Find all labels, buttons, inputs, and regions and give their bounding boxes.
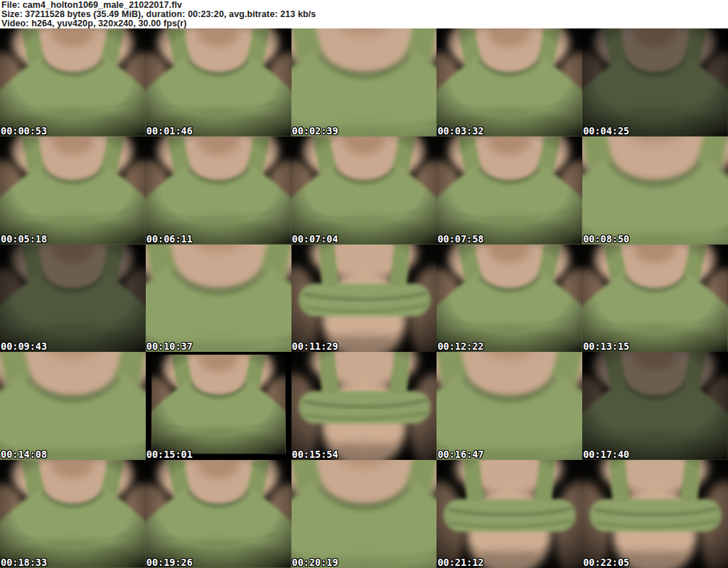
- video-thumbnail: 00:09:43: [0, 245, 146, 353]
- timestamp-label: 00:21:12: [437, 557, 483, 568]
- video-frame-image: [582, 136, 728, 245]
- video-thumbnail: 00:22:05: [582, 460, 728, 568]
- video-frame-image: [437, 245, 582, 353]
- video-frame-image: [291, 28, 437, 136]
- video-frame-image: [582, 352, 728, 460]
- timestamp-label: 00:07:04: [292, 234, 338, 245]
- timestamp-label: 00:07:58: [437, 234, 483, 245]
- timestamp-label: 00:09:43: [1, 341, 47, 352]
- timestamp-label: 00:06:11: [146, 234, 193, 245]
- video-frame-image: [146, 460, 291, 568]
- video-codec-line: Video: h264, yuv420p, 320x240, 30.00 fps…: [1, 19, 728, 28]
- video-thumbnail: 00:08:50: [582, 136, 728, 245]
- video-thumbnail: 00:17:40: [582, 352, 728, 460]
- video-thumbnail: 00:16:47: [437, 352, 582, 460]
- timestamp-label: 00:13:15: [583, 341, 629, 352]
- video-frame-image: [0, 28, 146, 136]
- video-frame-image: [146, 136, 291, 245]
- timestamp-label: 00:08:50: [583, 234, 629, 245]
- video-thumbnail: 00:07:58: [437, 136, 582, 245]
- file-size-line: Size: 37211528 bytes (35.49 MiB), durati…: [1, 10, 728, 19]
- video-frame-image: [291, 352, 437, 460]
- video-thumbnail: 00:18:33: [0, 460, 146, 568]
- video-thumbnail: 00:05:18: [0, 136, 146, 245]
- video-frame-image: [151, 355, 285, 454]
- timestamp-label: 00:20:19: [292, 557, 338, 568]
- video-thumbnail: 00:00:53: [0, 28, 146, 136]
- video-thumbnail: 00:07:04: [291, 136, 437, 245]
- video-thumbnail: 00:04:25: [582, 28, 728, 136]
- timestamp-label: 00:03:32: [437, 126, 483, 136]
- video-thumbnail: 00:02:39: [291, 28, 437, 136]
- video-frame-image: [0, 245, 146, 353]
- video-frame-image: [582, 28, 728, 136]
- video-thumbnail: 00:01:46: [146, 28, 291, 136]
- timestamp-label: 00:00:53: [1, 126, 47, 136]
- video-frame-image: [437, 352, 582, 460]
- timestamp-label: 00:04:25: [583, 126, 629, 136]
- video-thumbnail: 00:15:01: [146, 352, 291, 460]
- timestamp-label: 00:16:47: [437, 449, 483, 460]
- video-thumbnail: 00:10:37: [146, 245, 291, 353]
- file-info-header: File: cam4_holton1069_male_21022017.flv …: [0, 0, 728, 28]
- video-thumbnail: 00:19:26: [146, 460, 291, 568]
- video-frame-image: [582, 460, 728, 568]
- file-name-line: File: cam4_holton1069_male_21022017.flv: [1, 1, 728, 10]
- video-thumbnail: 00:06:11: [146, 136, 291, 245]
- video-thumbnail: 00:15:54: [291, 352, 437, 460]
- thumbnail-grid: 00:00:53 00:01:46 00:02:39 00:03:32 00:0…: [0, 28, 728, 568]
- timestamp-label: 00:15:54: [292, 449, 338, 460]
- video-thumbnail: 00:21:12: [437, 460, 582, 568]
- timestamp-label: 00:10:37: [146, 341, 193, 352]
- video-frame-image: [146, 28, 291, 136]
- video-frame-image: [437, 136, 582, 245]
- timestamp-label: 00:12:22: [437, 341, 483, 352]
- video-thumbnail: 00:20:19: [291, 460, 437, 568]
- video-frame-image: [582, 245, 728, 353]
- video-frame-image: [437, 460, 582, 568]
- timestamp-label: 00:18:33: [1, 557, 47, 568]
- timestamp-label: 00:22:05: [583, 557, 629, 568]
- timestamp-label: 00:15:01: [146, 449, 193, 460]
- timestamp-label: 00:14:08: [1, 449, 47, 460]
- contact-sheet: { "header": { "lines": [ "File: cam4_hol…: [0, 0, 728, 568]
- video-frame-image: [291, 245, 437, 353]
- video-thumbnail: 00:13:15: [582, 245, 728, 353]
- video-frame-image: [437, 28, 582, 136]
- video-frame-image: [146, 245, 291, 353]
- timestamp-label: 00:02:39: [292, 126, 338, 136]
- timestamp-label: 00:11:29: [292, 341, 338, 352]
- timestamp-label: 00:01:46: [146, 126, 193, 136]
- video-thumbnail: 00:12:22: [437, 245, 582, 353]
- video-frame-image: [0, 136, 146, 245]
- timestamp-label: 00:19:26: [146, 557, 193, 568]
- video-thumbnail: 00:11:29: [291, 245, 437, 353]
- video-thumbnail: 00:14:08: [0, 352, 146, 460]
- video-thumbnail: 00:03:32: [437, 28, 582, 136]
- timestamp-label: 00:05:18: [1, 234, 47, 245]
- video-frame-image: [291, 460, 437, 568]
- timestamp-label: 00:17:40: [583, 449, 629, 460]
- video-frame-image: [291, 136, 437, 245]
- video-frame-image: [0, 460, 146, 568]
- video-frame-image: [0, 352, 146, 460]
